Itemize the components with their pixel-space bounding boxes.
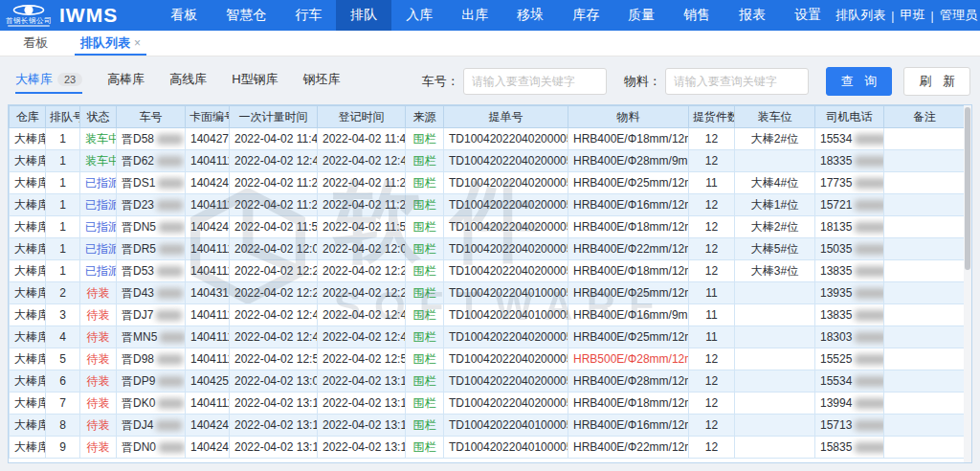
cell-source: 围栏: [406, 172, 444, 194]
table-row[interactable]: 大棒库1已指派晋D23140411192022-04-02 11:282022-…: [10, 194, 966, 216]
cell-material: HRB400E/Φ28mm/12m: [568, 370, 689, 392]
phone-visible-text: 15835: [820, 440, 852, 454]
privacy-blur-mask: [855, 376, 883, 387]
table-row[interactable]: 大棒库3待装晋DJ7140411192022-04-02 12:412022-0…: [10, 304, 966, 326]
nav-item-2[interactable]: 行车: [280, 0, 336, 31]
cell-card: 14042719: [186, 128, 230, 150]
plate-visible-text: 晋D53: [122, 264, 154, 278]
table-row[interactable]: 大棒库1已指派晋D53140411192022-04-02 12:212022-…: [10, 260, 966, 282]
nav-item-4[interactable]: 入库: [391, 0, 447, 31]
nav-item-6[interactable]: 移垛: [502, 0, 558, 31]
cell-warehouse: 大棒库: [10, 348, 46, 370]
cell-source: 围栏: [406, 304, 444, 326]
cell-qty: 11: [689, 326, 735, 348]
cell-queue_no: 5: [46, 348, 80, 370]
source-tag: 围栏: [413, 330, 436, 344]
source-tag: 围栏: [413, 308, 436, 322]
cell-bill: TD10042022040200005320: [444, 348, 568, 370]
table-row[interactable]: 大棒库9待装晋DN0140424192022-04-02 13:182022-0…: [10, 437, 966, 459]
phone-visible-text: 15534: [820, 132, 852, 146]
nav-item-9[interactable]: 销售: [669, 0, 724, 31]
column-header-queue_no: 排队号: [46, 106, 80, 128]
globe-orbit-icon: [12, 4, 45, 16]
nav-item-5[interactable]: 出库: [447, 0, 502, 31]
cell-status: 待装: [80, 370, 117, 392]
table-row[interactable]: 大棒库1已指派晋DR5140411192022-04-02 12:022022-…: [10, 238, 966, 260]
table-row[interactable]: 大棒库5待装晋D98140411192022-04-02 12:502022-0…: [10, 348, 966, 370]
cell-register_time: 2022-04-02 11:28: [318, 194, 406, 216]
plate-search-input[interactable]: [463, 68, 607, 95]
cell-card: 14041119: [186, 260, 230, 282]
warehouse-tab-label: H型钢库: [232, 71, 278, 88]
count-badge: 23: [57, 73, 82, 86]
cell-phone: 13835: [815, 304, 884, 326]
user-menu-item-0[interactable]: 排队列表: [835, 7, 885, 24]
material-text: HRB400E/Φ18mm/12m: [573, 396, 689, 410]
cell-dock: 大棒2#位: [735, 216, 815, 238]
table-row[interactable]: 大棒库1装车中晋D58140427192022-04-02 11:432022-…: [10, 128, 966, 150]
cell-status: 装车中: [80, 150, 117, 172]
top-navbar: 首钢长钢公司 IWMS 看板智慧仓行车排队入库出库移垛库存质量销售报表设置 排队…: [0, 0, 980, 31]
cell-material: HRB400E/Φ22mm/12m: [568, 437, 689, 459]
warehouse-tab-2[interactable]: 高线库: [169, 71, 207, 92]
cell-card: 14041119: [186, 348, 230, 370]
cell-warehouse: 大棒库: [10, 326, 46, 348]
plate-visible-text: 晋DN5: [122, 220, 156, 234]
material-text: HRB400E/Φ22mm/12m: [573, 242, 689, 256]
table-row[interactable]: 大棒库1已指派晋DN5140424192022-04-02 11:532022-…: [10, 216, 966, 238]
cell-bill: TD10042022040100005318: [444, 415, 568, 437]
cell-phone: 18335: [815, 150, 884, 172]
cell-register_time: 2022-04-02 12:21: [318, 260, 406, 282]
nav-item-8[interactable]: 质量: [613, 0, 669, 31]
cell-warehouse: 大棒库: [10, 415, 46, 437]
warehouse-tab-0[interactable]: 大棒库23: [15, 71, 82, 92]
cell-card: 14042419: [186, 437, 230, 459]
cell-status: 待装: [80, 304, 117, 326]
nav-item-11[interactable]: 设置: [780, 0, 835, 31]
nav-item-0[interactable]: 看板: [156, 0, 212, 31]
table-row[interactable]: 大棒库1已指派晋DS1140424192022-04-02 11:262022-…: [10, 172, 966, 194]
user-menu-item-2[interactable]: 管理员: [940, 7, 977, 24]
cell-register_time: 2022-04-02 12:51: [318, 348, 406, 370]
table-row[interactable]: 大棒库6待装晋DP9140425192022-04-02 13:092022-0…: [10, 370, 966, 392]
nav-item-3[interactable]: 排队: [336, 0, 391, 31]
column-header-note: 备注: [884, 106, 966, 128]
cell-bill: TD10042022040100005315: [444, 282, 568, 304]
cell-queue_no: 4: [46, 326, 80, 348]
warehouse-tab-4[interactable]: 钢坯库: [303, 71, 341, 92]
tab-1[interactable]: 排队列表×: [71, 31, 150, 56]
refresh-button[interactable]: 刷 新: [903, 67, 970, 96]
table-row[interactable]: 大棒库1装车中晋D62140411192022-04-02 12:462022-…: [10, 150, 966, 172]
source-tag: 围栏: [413, 286, 436, 300]
nav-item-10[interactable]: 报表: [724, 0, 780, 31]
source-tag: 围栏: [413, 352, 436, 366]
close-icon[interactable]: ×: [134, 36, 141, 50]
cell-weigh_time: 2022-04-02 11:28: [230, 194, 318, 216]
cell-material: HRB400E/Φ18mm/12m: [568, 392, 689, 415]
table-row[interactable]: 大棒库8待装晋DJ4140424192022-04-02 13:152022-0…: [10, 415, 966, 437]
table-row[interactable]: 大棒库7待装晋DK0140411192022-04-02 13:112022-0…: [10, 392, 966, 415]
cell-weigh_time: 2022-04-02 12:49: [230, 326, 318, 348]
cell-source: 围栏: [406, 128, 444, 150]
cell-note: [884, 150, 966, 172]
tab-0[interactable]: 看板: [13, 31, 57, 56]
status-badge: 已指派: [85, 176, 117, 190]
scrollbar-thumb[interactable]: [965, 107, 970, 270]
table-row[interactable]: 大棒库2待装晋D43140431192022-04-02 12:242022-0…: [10, 282, 966, 304]
cell-source: 围栏: [406, 348, 444, 370]
warehouse-tab-1[interactable]: 高棒库: [107, 71, 145, 92]
cell-plate: 晋DJ4: [117, 415, 186, 437]
nav-item-7[interactable]: 库存: [558, 0, 613, 31]
nav-item-1[interactable]: 智慧仓: [212, 0, 280, 31]
warehouse-tab-3[interactable]: H型钢库: [232, 71, 278, 92]
cell-source: 围栏: [406, 370, 444, 392]
cell-dock: 大棒2#位: [735, 128, 815, 150]
query-button[interactable]: 查 询: [826, 67, 893, 96]
material-search-input[interactable]: [665, 68, 809, 95]
user-menu-item-1[interactable]: 甲班: [901, 7, 925, 24]
vertical-scrollbar[interactable]: [964, 105, 971, 462]
table-row[interactable]: 大棒库4待装晋MN5140411192022-04-02 12:492022-0…: [10, 326, 966, 348]
cell-dock: [735, 326, 815, 348]
privacy-blur-mask: [159, 244, 185, 255]
privacy-blur-mask: [855, 420, 883, 431]
